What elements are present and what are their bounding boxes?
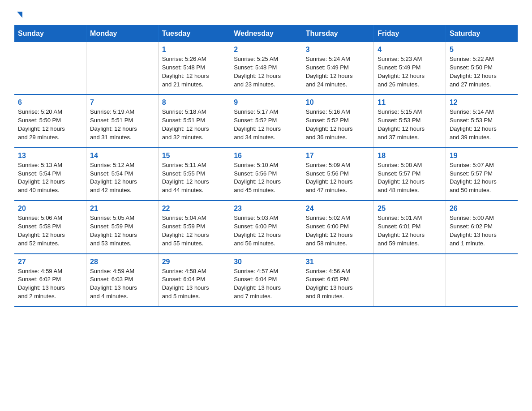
day-number: 22 [162, 205, 227, 213]
day-info: Sunrise: 5:08 AM Sunset: 5:57 PM Dayligh… [378, 161, 442, 195]
day-info: Sunrise: 5:15 AM Sunset: 5:53 PM Dayligh… [378, 108, 442, 141]
calendar-cell: 29Sunrise: 4:58 AM Sunset: 6:04 PM Dayli… [158, 254, 230, 307]
svg-marker-0 [17, 12, 22, 18]
calendar-cell: 24Sunrise: 5:02 AM Sunset: 6:00 PM Dayli… [302, 201, 374, 253]
day-number: 10 [306, 98, 370, 107]
day-info: Sunrise: 5:02 AM Sunset: 6:00 PM Dayligh… [306, 214, 370, 248]
logo-triangle-icon [15, 11, 23, 19]
calendar-week-row: 20Sunrise: 5:06 AM Sunset: 5:58 PM Dayli… [14, 201, 518, 253]
calendar-week-row: 13Sunrise: 5:13 AM Sunset: 5:54 PM Dayli… [14, 148, 518, 201]
calendar-cell: 10Sunrise: 5:16 AM Sunset: 5:52 PM Dayli… [302, 94, 374, 147]
header-friday: Friday [374, 25, 446, 42]
day-number: 24 [306, 205, 370, 213]
header-tuesday: Tuesday [158, 25, 230, 42]
calendar-week-row: 27Sunrise: 4:59 AM Sunset: 6:02 PM Dayli… [14, 254, 518, 307]
calendar-cell: 12Sunrise: 5:14 AM Sunset: 5:53 PM Dayli… [446, 94, 518, 147]
day-info: Sunrise: 4:56 AM Sunset: 6:05 PM Dayligh… [306, 267, 370, 301]
day-info: Sunrise: 4:57 AM Sunset: 6:04 PM Dayligh… [234, 267, 298, 301]
day-number: 6 [18, 98, 82, 107]
day-info: Sunrise: 5:03 AM Sunset: 6:00 PM Dayligh… [234, 214, 298, 248]
day-number: 29 [162, 258, 227, 266]
day-info: Sunrise: 5:25 AM Sunset: 5:48 PM Dayligh… [234, 55, 298, 89]
day-number: 14 [90, 152, 154, 160]
day-number: 15 [162, 152, 227, 160]
day-number: 8 [162, 98, 227, 107]
calendar-cell: 8Sunrise: 5:18 AM Sunset: 5:51 PM Daylig… [158, 94, 230, 147]
day-info: Sunrise: 5:18 AM Sunset: 5:51 PM Dayligh… [162, 108, 227, 141]
day-number: 18 [378, 152, 442, 160]
day-number: 7 [90, 98, 154, 107]
calendar-cell: 23Sunrise: 5:03 AM Sunset: 6:00 PM Dayli… [230, 201, 302, 253]
calendar-cell: 15Sunrise: 5:11 AM Sunset: 5:55 PM Dayli… [158, 148, 230, 201]
day-number: 30 [234, 258, 298, 266]
day-number: 16 [234, 152, 298, 160]
calendar-cell: 3Sunrise: 5:24 AM Sunset: 5:49 PM Daylig… [302, 42, 374, 94]
calendar-cell: 4Sunrise: 5:23 AM Sunset: 5:49 PM Daylig… [374, 42, 446, 94]
header-sunday: Sunday [14, 25, 86, 42]
calendar-cell [14, 42, 86, 94]
calendar-cell: 17Sunrise: 5:09 AM Sunset: 5:56 PM Dayli… [302, 148, 374, 201]
calendar-cell [446, 254, 518, 307]
day-number: 25 [378, 205, 442, 213]
page-header [14, 11, 518, 20]
calendar-week-row: 1Sunrise: 5:26 AM Sunset: 5:48 PM Daylig… [14, 42, 518, 94]
calendar-cell: 16Sunrise: 5:10 AM Sunset: 5:56 PM Dayli… [230, 148, 302, 201]
calendar-cell: 19Sunrise: 5:07 AM Sunset: 5:57 PM Dayli… [446, 148, 518, 201]
day-number: 12 [450, 98, 514, 107]
calendar-cell: 22Sunrise: 5:04 AM Sunset: 5:59 PM Dayli… [158, 201, 230, 253]
calendar-cell: 25Sunrise: 5:01 AM Sunset: 6:01 PM Dayli… [374, 201, 446, 253]
calendar-cell: 26Sunrise: 5:00 AM Sunset: 6:02 PM Dayli… [446, 201, 518, 253]
day-info: Sunrise: 5:05 AM Sunset: 5:59 PM Dayligh… [90, 214, 154, 248]
day-info: Sunrise: 5:22 AM Sunset: 5:50 PM Dayligh… [450, 55, 514, 89]
day-number: 2 [234, 46, 298, 54]
day-info: Sunrise: 5:10 AM Sunset: 5:56 PM Dayligh… [234, 161, 298, 195]
calendar-cell: 11Sunrise: 5:15 AM Sunset: 5:53 PM Dayli… [374, 94, 446, 147]
day-info: Sunrise: 5:11 AM Sunset: 5:55 PM Dayligh… [162, 161, 227, 195]
day-info: Sunrise: 5:17 AM Sunset: 5:52 PM Dayligh… [234, 108, 298, 141]
day-number: 21 [90, 205, 154, 213]
day-number: 31 [306, 258, 370, 266]
header-monday: Monday [86, 25, 159, 42]
calendar-cell: 31Sunrise: 4:56 AM Sunset: 6:05 PM Dayli… [302, 254, 374, 307]
day-info: Sunrise: 5:20 AM Sunset: 5:50 PM Dayligh… [18, 108, 82, 141]
day-number: 26 [450, 205, 514, 213]
day-number: 3 [306, 46, 370, 54]
day-number: 9 [234, 98, 298, 107]
calendar-table: SundayMondayTuesdayWednesdayThursdayFrid… [14, 25, 518, 307]
logo [14, 11, 24, 20]
calendar-cell: 18Sunrise: 5:08 AM Sunset: 5:57 PM Dayli… [374, 148, 446, 201]
calendar-cell: 30Sunrise: 4:57 AM Sunset: 6:04 PM Dayli… [230, 254, 302, 307]
day-number: 23 [234, 205, 298, 213]
calendar-cell: 27Sunrise: 4:59 AM Sunset: 6:02 PM Dayli… [14, 254, 86, 307]
day-info: Sunrise: 5:07 AM Sunset: 5:57 PM Dayligh… [450, 161, 514, 195]
day-info: Sunrise: 5:16 AM Sunset: 5:52 PM Dayligh… [306, 108, 370, 141]
day-number: 20 [18, 205, 82, 213]
header-wednesday: Wednesday [230, 25, 302, 42]
day-number: 5 [450, 46, 514, 54]
day-info: Sunrise: 5:19 AM Sunset: 5:51 PM Dayligh… [90, 108, 154, 141]
calendar-week-row: 6Sunrise: 5:20 AM Sunset: 5:50 PM Daylig… [14, 94, 518, 147]
calendar-cell: 28Sunrise: 4:59 AM Sunset: 6:03 PM Dayli… [86, 254, 159, 307]
day-number: 19 [450, 152, 514, 160]
day-info: Sunrise: 5:24 AM Sunset: 5:49 PM Dayligh… [306, 55, 370, 89]
header-thursday: Thursday [302, 25, 374, 42]
day-number: 11 [378, 98, 442, 107]
day-info: Sunrise: 4:59 AM Sunset: 6:03 PM Dayligh… [90, 267, 154, 301]
calendar-cell: 14Sunrise: 5:12 AM Sunset: 5:54 PM Dayli… [86, 148, 159, 201]
header-saturday: Saturday [446, 25, 518, 42]
calendar-cell: 21Sunrise: 5:05 AM Sunset: 5:59 PM Dayli… [86, 201, 159, 253]
day-number: 4 [378, 46, 442, 54]
calendar-cell [86, 42, 159, 94]
day-info: Sunrise: 5:00 AM Sunset: 6:02 PM Dayligh… [450, 214, 514, 248]
calendar-header-row: SundayMondayTuesdayWednesdayThursdayFrid… [14, 25, 518, 42]
day-info: Sunrise: 5:06 AM Sunset: 5:58 PM Dayligh… [18, 214, 82, 248]
day-info: Sunrise: 5:09 AM Sunset: 5:56 PM Dayligh… [306, 161, 370, 195]
day-number: 1 [162, 46, 227, 54]
day-info: Sunrise: 5:13 AM Sunset: 5:54 PM Dayligh… [18, 161, 82, 195]
calendar-cell: 20Sunrise: 5:06 AM Sunset: 5:58 PM Dayli… [14, 201, 86, 253]
day-number: 17 [306, 152, 370, 160]
day-info: Sunrise: 4:59 AM Sunset: 6:02 PM Dayligh… [18, 267, 82, 301]
day-info: Sunrise: 5:26 AM Sunset: 5:48 PM Dayligh… [162, 55, 227, 89]
calendar-cell: 5Sunrise: 5:22 AM Sunset: 5:50 PM Daylig… [446, 42, 518, 94]
calendar-cell: 13Sunrise: 5:13 AM Sunset: 5:54 PM Dayli… [14, 148, 86, 201]
